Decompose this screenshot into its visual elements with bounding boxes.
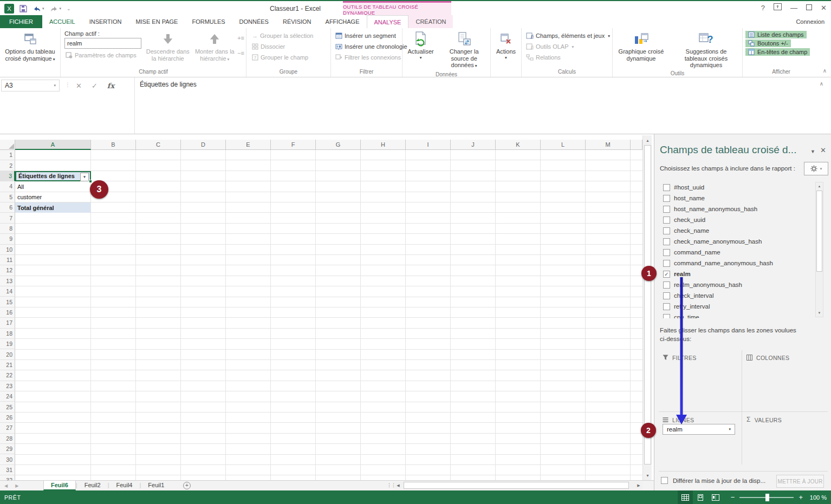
vertical-scroll-thumb[interactable] [644,145,651,464]
dropdown-caret[interactable]: ▾ [729,427,731,431]
column-header-C[interactable]: C [136,140,181,150]
fields-items-sets-button[interactable]: fxChamps, éléments et jeux▾ [525,30,611,41]
scroll-down-icon[interactable]: ▼ [816,309,823,317]
checkbox[interactable] [663,195,670,202]
maximize-icon[interactable] [806,4,812,12]
field-item-#host_uuid[interactable]: #host_uuid [659,182,828,193]
zoom-slider[interactable] [739,497,794,498]
row-header-27[interactable]: 27 [0,423,15,433]
page-layout-view-button[interactable] [693,490,708,504]
row-header-13[interactable]: 13 [0,276,15,286]
defer-layout-checkbox[interactable] [661,477,668,484]
column-header-F[interactable]: F [271,140,316,150]
actions-button[interactable]: Actions ▾ [492,30,520,61]
active-field-input[interactable] [64,38,141,49]
row-header-3[interactable]: 3 [0,171,15,181]
collapse-field-icon[interactable]: −≡ [237,50,244,56]
tab-révision[interactable]: RÉVISION [276,15,319,28]
row-header-19[interactable]: 19 [0,339,15,349]
collapse-ribbon-icon[interactable]: ∧ [823,68,827,74]
scroll-up-icon[interactable]: ▲ [644,136,652,145]
account-button[interactable]: Connexion [796,15,824,28]
row-header-6[interactable]: 6 [0,202,15,213]
sheet-tab-Feuil6[interactable]: Feuil6 [43,481,76,490]
sheet-nav-right-icon[interactable]: ▶ [15,483,18,488]
field-item-host_name[interactable]: host_name [659,193,828,204]
row-header-7[interactable]: 7 [0,213,15,223]
field-item-check_name_anonymous_hash[interactable]: check_name_anonymous_hash [659,236,828,247]
row-header-23[interactable]: 23 [0,381,15,391]
pane-options-caret[interactable]: ▼ [810,149,815,154]
row-header-11[interactable]: 11 [0,255,15,265]
row-header-8[interactable]: 8 [0,224,15,234]
row-header-9[interactable]: 9 [0,234,15,244]
row-header-25[interactable]: 25 [0,402,15,412]
pane-tools-button[interactable]: ▾ [804,162,828,175]
filter-dropdown-button[interactable]: ▾ [80,173,89,181]
row-header-12[interactable]: 12 [0,265,15,276]
recommended-pivottables-button[interactable]: ? Suggestions de tableaux croisés dynami… [673,30,740,69]
row-header-21[interactable]: 21 [0,360,15,370]
cell-A5[interactable]: customer [15,192,91,202]
checkbox[interactable] [663,227,670,234]
redo-icon[interactable]: ▾ [50,5,62,12]
cell-A6[interactable]: Total général [15,202,91,213]
field-item-check_uuid[interactable]: check_uuid [659,214,828,225]
row-header-5[interactable]: 5 [0,192,15,202]
tab-données[interactable]: DONNÉES [232,15,276,28]
field-list-toggle[interactable]: Liste des champs [745,31,807,38]
column-header-I[interactable]: I [406,140,451,150]
field-item-host_name_anonymous_hash[interactable]: host_name_anonymous_hash [659,204,828,214]
rows-area[interactable]: LIGNES [659,413,741,423]
qat-customize-icon[interactable]: ⌄ [67,6,71,11]
row-header-14[interactable]: 14 [0,286,15,297]
field-item-realm_anonymous_hash[interactable]: realm_anonymous_hash [659,279,828,290]
normal-view-button[interactable] [678,490,693,504]
row-header-28[interactable]: 28 [0,434,15,444]
undo-caret-icon[interactable]: ▾ [42,6,44,11]
field-item-cpu_time[interactable]: cpu_time [659,312,828,318]
zoom-in-icon[interactable]: + [798,493,803,501]
cells-area[interactable]: Étiquettes de lignes ▾ All customer Tota… [15,150,642,480]
help-icon[interactable]: ? [761,4,765,12]
pivot-chart-button[interactable]: Graphique croisé dynamique [615,30,667,62]
undo-icon[interactable]: ▾ [33,5,44,12]
field-headers-toggle[interactable]: En-têtes de champ [745,48,810,56]
tab-fichier[interactable]: FICHIER [0,15,42,28]
name-box[interactable]: A3 ▾ [1,80,60,91]
sheet-nav-left-icon[interactable]: ◀ [4,483,8,488]
row-header-26[interactable]: 26 [0,413,15,423]
plus-minus-buttons-toggle[interactable]: +−Boutons +/- [745,40,791,47]
field-list-scrollbar[interactable]: ▲ ▼ [815,182,823,317]
insert-function-icon[interactable]: fx [107,82,114,90]
row-header-30[interactable]: 30 [0,454,15,464]
scroll-right-icon[interactable]: ▶ [634,481,643,490]
row-header-18[interactable]: 18 [0,329,15,339]
horizontal-scrollbar[interactable]: ◀ ▶ [394,481,643,490]
columns-area[interactable]: COLONNES [743,350,827,361]
collapse-formula-bar-icon[interactable]: ∧ [820,81,823,87]
expand-field-icon[interactable]: +≡ [237,35,244,41]
filters-area[interactable]: FILTRES [659,350,741,361]
cell-A3[interactable]: Étiquettes de lignes ▾ [15,171,91,181]
rows-field-pill[interactable]: realm ▾ [663,424,735,435]
horizontal-scroll-thumb[interactable] [404,482,629,489]
field-item-realm[interactable]: ✓realm [659,269,828,279]
zoom-slider-thumb[interactable] [765,494,769,501]
values-area[interactable]: Σ VALEURS [743,413,827,423]
checkbox[interactable] [663,206,670,213]
column-header-J[interactable]: J [451,140,496,150]
row-header-10[interactable]: 10 [0,245,15,255]
column-header-A[interactable]: A [15,140,91,150]
tab-analyse[interactable]: ANALYSE [367,15,409,28]
checkbox[interactable] [663,217,670,224]
row-header-24[interactable]: 24 [0,391,15,402]
new-sheet-button[interactable]: + [183,482,191,489]
row-header-22[interactable]: 22 [0,370,15,381]
formula-cancel-icon[interactable]: ✕ [76,82,82,90]
column-header-L[interactable]: L [541,140,586,150]
field-item-check_interval[interactable]: check_interval [659,290,828,301]
checkbox[interactable] [663,292,670,299]
row-header-17[interactable]: 17 [0,318,15,328]
refresh-button[interactable]: Actualiser ▾ [404,30,437,61]
